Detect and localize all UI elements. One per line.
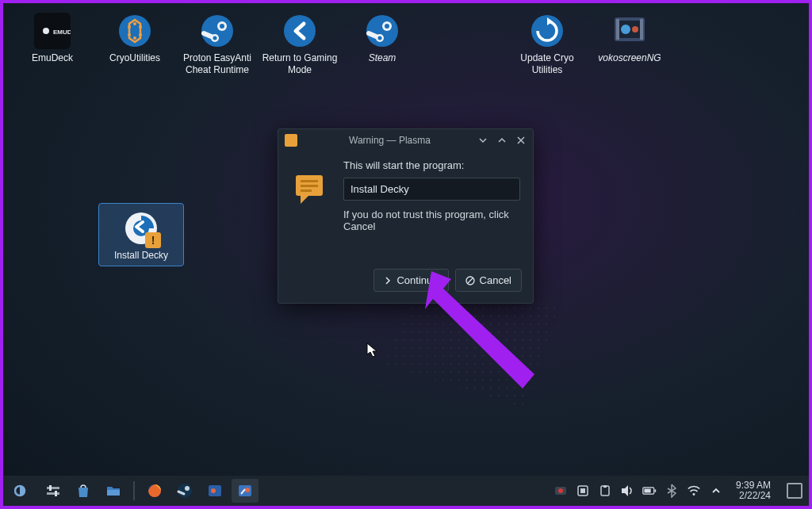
svg-rect-29 (640, 19, 643, 40)
svg-rect-65 (644, 489, 650, 493)
tray-bluetooth-icon[interactable] (665, 484, 679, 498)
shopping-bag-icon (75, 483, 91, 499)
desktop-icon-install-decky[interactable]: ! Install Decky (98, 203, 184, 266)
desktop-icon-label: Update Cryo Utilities (508, 52, 587, 76)
svg-point-9 (128, 33, 131, 36)
desktop-icon-label: EmuDeck (32, 52, 73, 64)
return-arrow-icon (282, 13, 318, 49)
steamos-logo-icon (14, 482, 32, 499)
svg-marker-42 (367, 343, 377, 357)
steam-round-icon (364, 13, 400, 49)
taskbar-item-app2-active[interactable] (232, 479, 259, 503)
svg-rect-44 (47, 487, 59, 489)
maximize-button[interactable] (496, 135, 508, 146)
slider-icon (45, 483, 61, 499)
desktop-icon-update-cryo[interactable]: Update Cryo Utilities (506, 10, 588, 82)
cancel-icon (465, 276, 475, 285)
clock-date: 2/22/24 (736, 491, 771, 501)
desktop-icon-label: Steam (369, 52, 396, 64)
desktop-icon-label: CryoUtilities (109, 52, 160, 64)
emudeck-icon: EMUDECK (34, 13, 71, 49)
svg-marker-35 (301, 196, 308, 204)
svg-rect-36 (301, 180, 318, 182)
warning-icon (291, 167, 331, 207)
app-icon (207, 483, 223, 499)
svg-rect-45 (47, 492, 59, 495)
svg-point-53 (211, 488, 216, 493)
desktop-icon-label: vokoscreenNG (598, 52, 661, 64)
desktop-icon-label: Return to Gaming Mode (260, 52, 339, 76)
svg-point-5 (133, 22, 136, 25)
refresh-icon (529, 13, 565, 49)
svg-point-8 (133, 36, 136, 40)
svg-point-15 (213, 36, 217, 40)
vokoscreen-icon (611, 13, 648, 49)
taskbar-item-firefox[interactable] (141, 479, 168, 503)
svg-point-51 (185, 486, 190, 491)
taskbar-clock[interactable]: 9:39 AM 2/22/24 (736, 480, 771, 501)
desktop-icon-return-gaming[interactable]: Return to Gaming Mode (259, 10, 341, 82)
svg-point-11 (201, 15, 233, 47)
taskbar-item-files[interactable] (100, 479, 127, 503)
svg-rect-47 (55, 491, 57, 496)
start-button[interactable] (10, 479, 36, 503)
tray-record-icon[interactable] (553, 484, 568, 498)
svg-point-21 (378, 36, 382, 40)
folder-icon (105, 483, 121, 499)
tray-battery-icon[interactable] (642, 484, 657, 498)
desktop-icon-label: Install Decky (114, 250, 168, 262)
steam-round-icon (199, 13, 236, 49)
svg-rect-64 (655, 489, 657, 492)
taskbar-item-steam[interactable] (171, 479, 198, 503)
tray-wifi-icon[interactable] (687, 484, 701, 498)
svg-point-10 (128, 25, 131, 29)
svg-rect-59 (580, 488, 585, 493)
desktop-icon-proton-eac[interactable]: Proton EasyAnti Cheat Runtime (176, 10, 259, 82)
svg-point-50 (178, 484, 192, 498)
minimize-button[interactable] (477, 135, 488, 146)
dialog-message-bottom: If you do not trust this program, click … (343, 209, 520, 232)
continue-button[interactable]: Continue (373, 269, 448, 292)
tray-chevron-up-icon[interactable] (709, 484, 723, 498)
dialog-titlebar[interactable]: Warning — Plasma (278, 129, 533, 151)
program-name-input[interactable] (343, 178, 520, 201)
svg-point-55 (245, 488, 250, 492)
desktop-icon-cryoutilities[interactable]: CryoUtilities (94, 10, 176, 82)
firefox-icon (147, 483, 163, 499)
tray-volume-icon[interactable] (620, 484, 634, 498)
svg-text:EMUDECK: EMUDECK (53, 29, 71, 36)
svg-point-1 (43, 28, 49, 34)
dialog-app-icon (285, 134, 297, 147)
close-button[interactable] (515, 135, 527, 146)
svg-point-13 (220, 24, 224, 29)
svg-rect-48 (107, 490, 120, 496)
taskbar-item-settings[interactable] (40, 479, 67, 503)
desktop-icon-emudeck[interactable]: EMUDECK EmuDeck (11, 10, 94, 82)
chevron-right-icon (384, 277, 392, 285)
cursor-pointer-icon (366, 343, 377, 358)
svg-line-40 (468, 278, 473, 283)
tray-clipboard-icon[interactable] (598, 484, 612, 498)
svg-rect-37 (301, 185, 318, 187)
dialog-message-top: This will start the program: (343, 159, 520, 171)
dialog-title: Warning — Plasma (302, 135, 477, 146)
cancel-button-label: Cancel (480, 274, 511, 286)
svg-rect-38 (301, 189, 312, 192)
show-desktop-button[interactable] (787, 483, 802, 499)
tray-notification-icon[interactable] (576, 484, 590, 498)
svg-point-17 (366, 15, 398, 47)
warning-dialog: Warning — Plasma This will start the pro… (278, 128, 534, 304)
svg-point-27 (632, 26, 638, 33)
svg-rect-28 (616, 19, 619, 40)
taskbar-item-app1[interactable] (201, 479, 228, 503)
taskbar-item-discover[interactable] (70, 479, 97, 503)
svg-point-26 (621, 25, 630, 34)
svg-point-16 (284, 15, 316, 47)
desktop: EMUDECK EmuDeck CryoUtilities Proton Eas… (3, 3, 809, 476)
desktop-icon-vokoscreen[interactable]: vokoscreenNG (588, 10, 671, 82)
cryoutilities-icon (117, 13, 153, 49)
svg-text:!: ! (151, 234, 155, 247)
cancel-button[interactable]: Cancel (455, 269, 522, 292)
desktop-icon-steam[interactable]: Steam (341, 10, 423, 82)
install-decky-icon: ! (123, 210, 159, 247)
